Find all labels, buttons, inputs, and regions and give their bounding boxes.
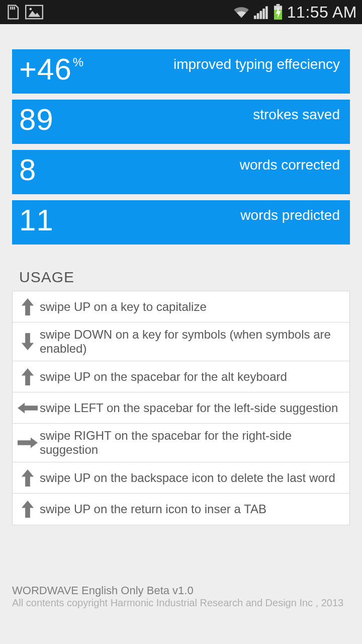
- usage-text: swipe UP on the spacebar for the alt key…: [40, 370, 287, 384]
- status-left: [5, 4, 43, 21]
- arrow-left-icon: [18, 403, 38, 414]
- usage-item: swipe DOWN on a key for symbols (when sy…: [13, 323, 349, 361]
- stat-suffix: %: [73, 56, 84, 68]
- usage-title: USAGE: [12, 269, 350, 286]
- arrow-up-icon: [18, 368, 38, 385]
- footer-version: WORDWAVE English Only Beta v1.0: [12, 584, 350, 597]
- signal-icon: [254, 5, 269, 19]
- stat-value: 89: [19, 105, 55, 135]
- status-right: ↕ 11:55 AM: [233, 3, 357, 22]
- stats-section: + 46 % improved typing effeciency 89 str…: [12, 49, 350, 245]
- svg-marker-17: [22, 333, 34, 350]
- stat-number: 46: [37, 54, 72, 85]
- usage-item: swipe UP on the backspace icon to delete…: [13, 462, 349, 494]
- stat-number: 89: [19, 105, 54, 135]
- sd-card-icon: [5, 4, 20, 21]
- usage-text: swipe DOWN on a key for symbols (when sy…: [40, 328, 344, 356]
- svg-rect-12: [276, 4, 280, 6]
- svg-marker-22: [22, 501, 34, 518]
- svg-marker-4: [28, 11, 40, 17]
- stat-label: words predicted: [240, 207, 340, 223]
- stat-value: 8: [19, 155, 37, 185]
- svg-point-5: [29, 8, 32, 11]
- usage-item: swipe UP on a key to capitalize: [13, 291, 349, 323]
- stat-card-predicted: 11 words predicted: [12, 200, 350, 245]
- usage-text: swipe RIGHT on the spacebar for the righ…: [40, 429, 344, 457]
- svg-rect-2: [14, 7, 15, 10]
- usage-list: swipe UP on a key to capitalize swipe DO…: [12, 291, 350, 525]
- stat-number: 8: [19, 155, 36, 185]
- stat-label: words corrected: [240, 157, 340, 173]
- footer-copyright: All contents copyright Harmonic Industri…: [12, 597, 350, 609]
- svg-marker-20: [18, 437, 38, 448]
- arrow-up-icon: [18, 501, 38, 518]
- arrow-right-icon: [18, 437, 38, 448]
- wifi-icon: ↕: [233, 5, 250, 19]
- arrow-up-icon: [18, 469, 38, 487]
- usage-item: swipe RIGHT on the spacebar for the righ…: [13, 424, 349, 462]
- stat-value: + 46 %: [19, 54, 84, 85]
- usage-item: swipe UP on the spacebar for the alt key…: [13, 361, 349, 392]
- svg-rect-7: [254, 16, 256, 19]
- arrow-up-icon: [18, 298, 38, 315]
- usage-item: swipe LEFT on the spacebar for the left-…: [13, 392, 349, 424]
- svg-text:↕: ↕: [240, 15, 242, 19]
- svg-rect-8: [257, 13, 259, 19]
- svg-rect-9: [259, 11, 262, 19]
- stat-number: 11: [19, 205, 54, 235]
- usage-text: swipe UP on the backspace icon to delete…: [40, 471, 335, 485]
- svg-marker-21: [22, 469, 34, 487]
- stat-value: 11: [19, 205, 55, 235]
- svg-marker-18: [22, 368, 34, 385]
- usage-text: swipe LEFT on the spacebar for the left-…: [40, 401, 338, 415]
- stat-card-efficiency: + 46 % improved typing effeciency: [12, 49, 350, 94]
- stat-label: strokes saved: [253, 107, 340, 123]
- stat-label: improved typing effeciency: [173, 56, 340, 72]
- usage-item: swipe UP on the return icon to inser a T…: [13, 494, 349, 525]
- status-time: 11:55 AM: [287, 3, 357, 22]
- stat-card-strokes: 89 strokes saved: [12, 100, 350, 144]
- gallery-icon: [25, 5, 43, 20]
- svg-marker-16: [22, 298, 34, 315]
- svg-rect-10: [262, 9, 265, 19]
- svg-rect-0: [10, 7, 11, 10]
- battery-icon: [273, 4, 283, 20]
- arrow-down-icon: [18, 333, 38, 350]
- status-bar: ↕ 11:55 AM: [0, 0, 362, 24]
- stat-card-corrected: 8 words corrected: [12, 150, 350, 194]
- svg-rect-1: [12, 7, 13, 10]
- footer: WORDWAVE English Only Beta v1.0 All cont…: [12, 584, 350, 609]
- app-body: + 46 % improved typing effeciency 89 str…: [0, 49, 362, 525]
- svg-rect-11: [265, 6, 268, 19]
- stat-prefix: +: [19, 54, 37, 85]
- usage-text: swipe UP on the return icon to inser a T…: [40, 502, 266, 516]
- usage-text: swipe UP on a key to capitalize: [40, 300, 207, 314]
- svg-marker-19: [18, 403, 38, 413]
